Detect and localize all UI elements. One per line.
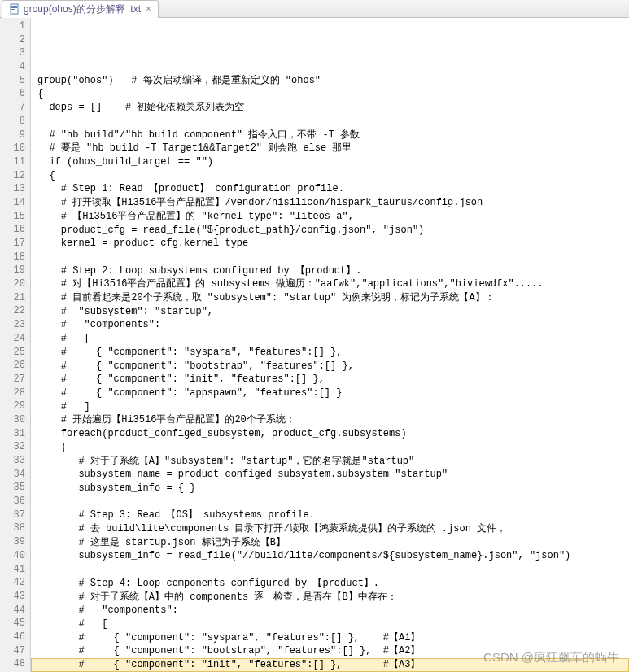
line-number: 9 (0, 129, 25, 142)
line-number: 20 (0, 277, 25, 291)
line-number: 41 (0, 563, 25, 577)
tab-bar: group(ohos)的分步解释 .txt × (0, 0, 629, 18)
line-number: 43 (0, 590, 25, 604)
file-icon (9, 3, 20, 15)
line-number: 44 (0, 604, 25, 617)
line-number: 21 (0, 291, 25, 305)
line-number: 7 (0, 101, 25, 115)
line-number: 19 (0, 264, 25, 277)
line-number: 8 (0, 115, 25, 129)
line-number: 12 (0, 169, 25, 183)
line-number: 16 (0, 223, 25, 237)
line-number: 4 (0, 60, 25, 74)
line-number: 27 (0, 373, 25, 386)
code-text[interactable]: group("ohos") # 每次启动编译，都是重新定义的 "ohos" { … (37, 60, 629, 672)
line-number: 25 (0, 346, 25, 360)
line-number: 29 (0, 399, 25, 413)
line-number: 32 (0, 440, 25, 454)
line-number: 11 (0, 155, 25, 169)
line-number: 45 (0, 617, 25, 631)
line-number: 36 (0, 495, 25, 508)
line-number: 18 (0, 251, 25, 264)
line-number: 33 (0, 454, 25, 468)
svg-rect-2 (11, 7, 17, 8)
line-number: 22 (0, 304, 25, 318)
line-number: 40 (0, 549, 25, 563)
line-number: 14 (0, 196, 25, 210)
watermark: CSDN @疯狂飙车的蜗牛 (483, 650, 619, 665)
editor-area: 1234567891011121314151617181920212223242… (0, 18, 629, 672)
code-container[interactable]: group("ohos") # 每次启动编译，都是重新定义的 "ohos" { … (31, 18, 629, 672)
line-number-gutter: 1234567891011121314151617181920212223242… (0, 18, 31, 672)
line-number: 5 (0, 74, 25, 88)
line-number: 3 (0, 46, 25, 60)
line-number: 23 (0, 318, 25, 332)
line-number: 13 (0, 182, 25, 196)
line-number: 2 (0, 33, 25, 47)
close-icon[interactable]: × (146, 3, 151, 15)
line-number: 6 (0, 87, 25, 101)
line-number: 31 (0, 427, 25, 441)
line-number: 42 (0, 576, 25, 590)
line-number: 17 (0, 237, 25, 251)
line-number: 28 (0, 386, 25, 400)
code-body[interactable]: group("ohos") # 每次启动编译，都是重新定义的 "ohos" { … (31, 18, 629, 672)
line-number: 38 (0, 521, 25, 535)
svg-rect-3 (11, 9, 15, 10)
line-number: 26 (0, 359, 25, 373)
line-number: 24 (0, 332, 25, 346)
line-number: 37 (0, 508, 25, 522)
line-number: 34 (0, 468, 25, 482)
line-number: 35 (0, 481, 25, 495)
file-tab[interactable]: group(ohos)的分步解释 .txt × (2, 0, 159, 18)
line-number: 30 (0, 413, 25, 427)
line-number: 48 (0, 657, 25, 671)
line-number: 10 (0, 142, 25, 155)
line-number: 1 (0, 20, 25, 33)
line-number: 15 (0, 210, 25, 224)
svg-rect-1 (11, 6, 17, 7)
line-number: 46 (0, 631, 25, 644)
line-number: 39 (0, 535, 25, 549)
tab-title: group(ohos)的分步解释 .txt (24, 2, 141, 16)
line-number: 47 (0, 644, 25, 658)
